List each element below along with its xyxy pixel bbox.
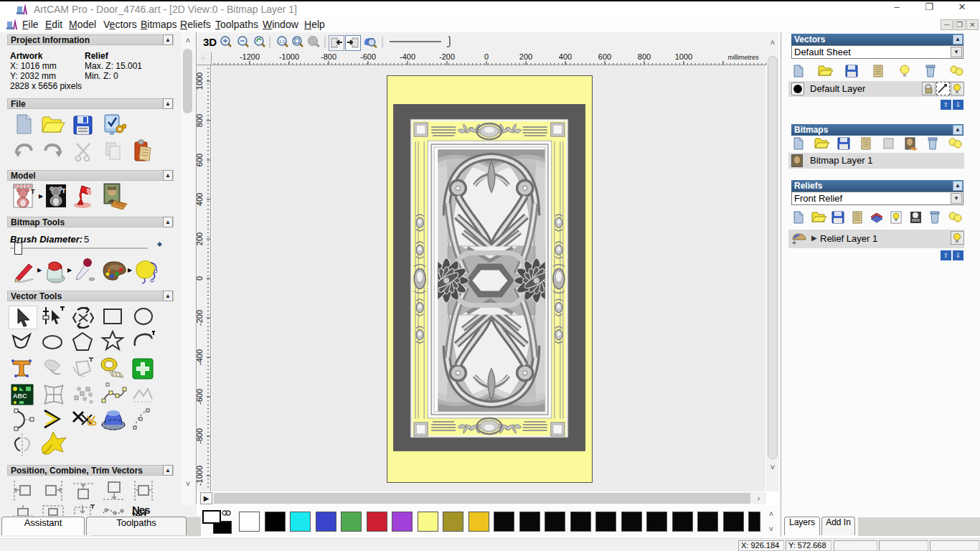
svg-text:-800: -800 bbox=[321, 52, 336, 61]
svg-text:800: 800 bbox=[197, 114, 204, 127]
svg-text:1000: 1000 bbox=[675, 52, 692, 61]
svg-text:T: T bbox=[31, 188, 35, 195]
svg-text:-1200: -1200 bbox=[240, 52, 260, 61]
svg-text:0: 0 bbox=[197, 276, 204, 281]
svg-text:0: 0 bbox=[484, 52, 489, 61]
svg-text:600: 600 bbox=[598, 52, 611, 61]
svg-text:-400: -400 bbox=[400, 52, 415, 61]
svg-text:1000: 1000 bbox=[197, 72, 204, 90]
svg-text:-1000: -1000 bbox=[197, 466, 204, 486]
svg-text:-600: -600 bbox=[197, 389, 204, 405]
svg-text:-600: -600 bbox=[360, 52, 376, 61]
svg-text:-400: -400 bbox=[197, 349, 204, 365]
svg-text:1:1: 1:1 bbox=[279, 39, 286, 44]
svg-text:+: + bbox=[792, 239, 796, 247]
svg-text:millimetres: millimetres bbox=[727, 54, 759, 61]
svg-text:T: T bbox=[62, 187, 66, 194]
svg-text:400: 400 bbox=[197, 193, 204, 206]
svg-text:200: 200 bbox=[197, 232, 204, 245]
svg-text:-200: -200 bbox=[197, 310, 204, 326]
svg-text:ABC: ABC bbox=[13, 392, 27, 400]
svg-text:400: 400 bbox=[559, 52, 572, 61]
svg-text:800: 800 bbox=[638, 52, 651, 61]
svg-text:-1000: -1000 bbox=[279, 52, 299, 61]
svg-text:-800: -800 bbox=[197, 428, 204, 444]
svg-text:200: 200 bbox=[519, 52, 532, 61]
svg-text:600: 600 bbox=[197, 154, 204, 166]
svg-text:-200: -200 bbox=[439, 52, 455, 61]
